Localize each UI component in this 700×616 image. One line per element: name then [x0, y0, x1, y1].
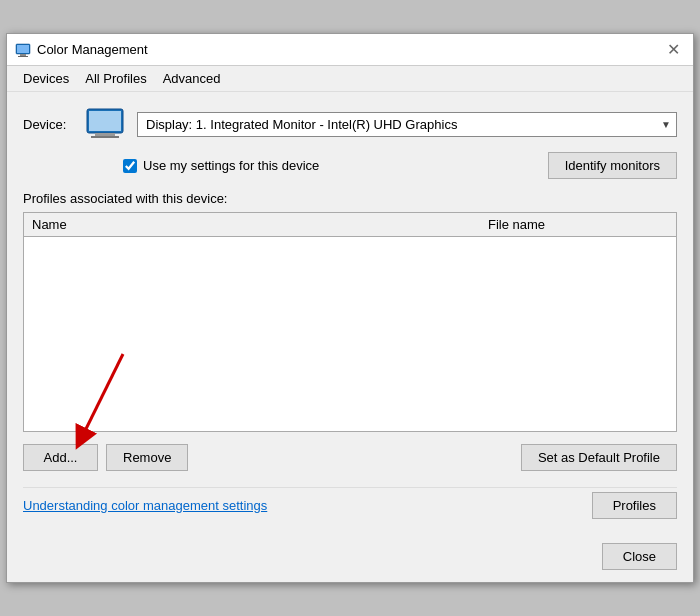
device-select-wrapper: Display: 1. Integrated Monitor - Intel(R… [137, 112, 677, 137]
table-header: Name File name [24, 213, 676, 237]
settings-row: Use my settings for this device Identify… [23, 152, 677, 179]
main-content: Device: Display: 1. Integrated Monitor -… [7, 92, 693, 535]
add-button[interactable]: Add... [23, 444, 98, 471]
understanding-link[interactable]: Understanding color management settings [23, 498, 267, 513]
use-settings-checkbox[interactable] [123, 159, 137, 173]
svg-rect-1 [17, 45, 29, 53]
identify-monitors-button[interactable]: Identify monitors [548, 152, 677, 179]
svg-rect-2 [20, 54, 26, 56]
col-name-header: Name [32, 217, 488, 232]
action-buttons-row: Add... Remove Set as Default Profile [23, 444, 677, 471]
menu-all-profiles[interactable]: All Profiles [77, 68, 154, 89]
profiles-button[interactable]: Profiles [592, 492, 677, 519]
profiles-section-label: Profiles associated with this device: [23, 191, 677, 206]
svg-rect-7 [91, 136, 119, 138]
col-file-header: File name [488, 217, 668, 232]
menu-bar: Devices All Profiles Advanced [7, 66, 693, 92]
table-body [24, 237, 676, 427]
close-button[interactable]: Close [602, 543, 677, 570]
profiles-section: Profiles associated with this device: Na… [23, 191, 677, 432]
title-bar: Color Management ✕ [7, 34, 693, 66]
svg-rect-6 [95, 133, 115, 136]
close-window-button[interactable]: ✕ [661, 40, 685, 60]
device-row: Device: Display: 1. Integrated Monitor -… [23, 108, 677, 140]
device-dropdown[interactable]: Display: 1. Integrated Monitor - Intel(R… [137, 112, 677, 137]
footer-row: Understanding color management settings … [23, 487, 677, 519]
window-icon [15, 42, 31, 58]
window-title: Color Management [37, 42, 148, 57]
checkbox-label: Use my settings for this device [143, 158, 319, 173]
title-bar-left: Color Management [15, 42, 148, 58]
close-button-row: Close [7, 535, 693, 582]
svg-rect-5 [89, 111, 121, 131]
device-label: Device: [23, 117, 73, 132]
set-default-button[interactable]: Set as Default Profile [521, 444, 677, 471]
profiles-table: Name File name [23, 212, 677, 432]
menu-devices[interactable]: Devices [15, 68, 77, 89]
color-management-window: Color Management ✕ Devices All Profiles … [6, 33, 694, 583]
svg-rect-3 [18, 56, 28, 57]
device-monitor-icon [85, 108, 125, 140]
remove-button[interactable]: Remove [106, 444, 188, 471]
menu-advanced[interactable]: Advanced [155, 68, 229, 89]
checkbox-row: Use my settings for this device [123, 158, 319, 173]
